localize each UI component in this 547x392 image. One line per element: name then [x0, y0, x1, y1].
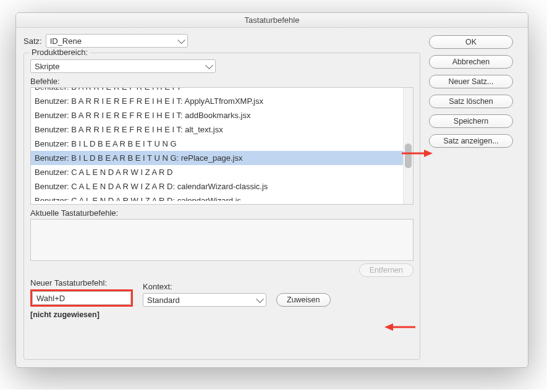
produktbereich-select[interactable]: Skripte: [30, 59, 216, 73]
assign-button[interactable]: Zuweisen: [276, 293, 331, 307]
delete-set-button[interactable]: Satz löschen: [429, 95, 513, 108]
new-shortcut-highlight: [30, 289, 133, 307]
new-set-button[interactable]: Neuer Satz...: [429, 75, 513, 88]
window-title: Tastaturbefehle: [16, 13, 528, 28]
list-item[interactable]: Benutzer: C A L E N D A R W I Z A R D: [31, 165, 403, 179]
produktbereich-group: Produktbereich: Skripte Befehle: Benutze…: [23, 53, 420, 360]
status-text: [nicht zugewiesen]: [30, 310, 413, 319]
new-shortcut-input[interactable]: [32, 291, 131, 305]
cancel-button[interactable]: Abbrechen: [429, 55, 513, 69]
commands-listbox[interactable]: Benutzer: B A R R I E R E F R E I H E I …: [30, 87, 413, 205]
context-select[interactable]: Standard: [143, 293, 266, 307]
save-button[interactable]: Speichern: [429, 114, 513, 128]
current-shortcuts-label: Aktuelle Tastaturbefehle:: [30, 208, 413, 218]
list-item[interactable]: Benutzer: B I L D B E A R B E I T U N G:…: [31, 151, 403, 165]
produktbereich-label: Produktbereich:: [29, 48, 90, 57]
new-shortcut-label: Neuer Tastaturbefehl:: [30, 278, 133, 288]
show-set-button[interactable]: Satz anzeigen...: [429, 134, 513, 148]
list-item[interactable]: Benutzer: C A L E N D A R W I Z A R D: c…: [31, 179, 403, 194]
satz-label: Satz:: [23, 36, 42, 46]
ok-button[interactable]: OK: [429, 35, 513, 49]
right-button-column: OK Abbrechen Neuer Satz... Satz löschen …: [429, 34, 520, 360]
list-item[interactable]: Benutzer: B A R R I E R E F R E I H E I …: [31, 122, 403, 137]
list-item[interactable]: Benutzer: B A R R I E R E F R E I H E I …: [31, 87, 403, 94]
dialog-window: Tastaturbefehle Satz: ID_Rene Produktber…: [15, 12, 528, 368]
scrollbar-thumb[interactable]: [405, 143, 412, 168]
list-item[interactable]: Benutzer: B A R R I E R E F R E I H E I …: [31, 108, 403, 122]
current-shortcuts-box: [30, 219, 413, 261]
scrollbar[interactable]: [403, 88, 413, 204]
context-label: Kontext:: [143, 282, 266, 291]
befehle-label: Befehle:: [30, 77, 413, 86]
list-item[interactable]: Benutzer: B I L D B E A R B E I T U N G: [31, 137, 403, 151]
list-item[interactable]: Benutzer: C A L E N D A R W I Z A R D: c…: [31, 194, 403, 201]
list-item[interactable]: Benutzer: B A R R I E R E F R E I H E I …: [31, 94, 403, 108]
satz-select[interactable]: ID_Rene: [46, 34, 188, 48]
remove-button: Entfernen: [359, 263, 413, 277]
